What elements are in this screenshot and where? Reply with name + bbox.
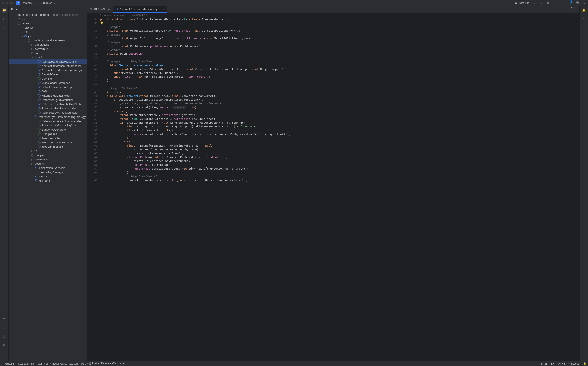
notifications-icon[interactable]: 🔔 <box>581 8 587 13</box>
line-ending[interactable]: LF <box>551 362 554 365</box>
tree-file[interactable]: ⒸReferenceByIdMarshallingStrategy <box>8 102 87 106</box>
maven-icon[interactable]: m <box>581 16 587 21</box>
branch-name[interactable]: master <box>43 1 52 4</box>
tree-file[interactable]: ⒸJVM <box>8 89 87 93</box>
tree-file[interactable]: ⒸBase64Codec <box>8 72 87 76</box>
run-config[interactable]: Current File <box>515 1 529 4</box>
tree-node-java[interactable]: ⌄▢java <box>8 34 87 38</box>
breadcrumb[interactable]: ▢ xstream›▢ xstream›src›java›com›thought… <box>2 362 125 365</box>
sidebar-title[interactable]: Project ⌄ <box>8 6 87 13</box>
tree-node-util[interactable]: ›▢util <box>8 55 87 59</box>
inheritors-hint[interactable]: 2 inheritors <box>114 14 125 16</box>
inspection-widget[interactable]: ✓ 2 ˄ ˅ <box>568 7 578 10</box>
tree-file[interactable]: ⒾTreeMarshallingStrategy <box>8 140 87 145</box>
tree-file[interactable]: ⒾReferencingMarshallingContext <box>8 123 87 128</box>
close-tab-icon[interactable]: × <box>163 8 164 11</box>
titlebar: X xstream ⌄ ⑂ master ⌄ Current File ⌄ ▷ … <box>0 0 588 6</box>
tree-node-converters[interactable]: ›▢converters <box>8 47 87 51</box>
tree-file[interactable]: ⒾMarshallingStrategy <box>8 170 87 174</box>
chevron-down-icon[interactable]: ˅ <box>577 7 578 10</box>
chevron-down-icon: ⌄ <box>533 1 536 4</box>
structure-tool-icon[interactable]: ⊞ <box>2 33 7 38</box>
tree-file[interactable]: ⒸXStream <box>8 174 87 179</box>
indent[interactable]: 4 spaces <box>569 362 579 365</box>
tree-file[interactable]: ⒸAbstractReferenceUnmarshaller <box>8 64 87 68</box>
tree-node-annotations[interactable]: ›▢annotations <box>8 42 87 47</box>
tree-file[interactable]: ⒸReferenceByXPathUnmarshaller <box>8 119 87 123</box>
check-icon: ✓ <box>568 7 570 10</box>
tree-node-profiles[interactable]: ›▢profiles <box>8 25 87 30</box>
breadcrumb-item[interactable]: com <box>44 362 49 365</box>
author-hint[interactable]: ⌃ Jörg Schaible +1 <box>128 14 149 16</box>
tree-file[interactable]: ⒸReferenceByXPathMarshallingStrategy <box>8 115 87 119</box>
code-editor[interactable]: 3435363738394041424344454647484950515253… <box>87 17 580 361</box>
encoding[interactable]: UTF-8 <box>558 362 565 365</box>
breadcrumb-item[interactable]: src <box>31 362 34 365</box>
breadcrumb-item[interactable]: java <box>37 362 42 365</box>
minimize-window[interactable] <box>6 2 8 4</box>
collab-icon[interactable]: 👤⁺ <box>570 1 573 5</box>
tree-file[interactable]: ⒾStringCodec <box>8 132 87 136</box>
tree-file[interactable]: ⒸTreeMarshaller <box>8 136 87 140</box>
chevron-up-icon[interactable]: ˄ <box>574 7 575 10</box>
search-icon[interactable]: 🔍 <box>576 1 580 5</box>
breadcrumb-item[interactable]: ▢ xstream <box>2 362 14 365</box>
tree-file[interactable]: ⒾCaching <box>8 76 87 81</box>
tree-node-io[interactable]: ›▢io <box>8 149 87 153</box>
breadcrumb-item[interactable]: thoughtworks <box>52 362 67 365</box>
vcs-tool-icon[interactable]: ⑂ <box>2 351 7 356</box>
tree-file[interactable]: ⒸInitializationException <box>8 166 87 170</box>
tree-node-package[interactable]: ⌄▢com.thoughtworks.xstream <box>8 38 87 42</box>
statusbar: ▢ xstream›▢ xstream›src›java›com›thought… <box>0 361 588 366</box>
commit-tool-icon[interactable]: ○- <box>2 16 7 21</box>
run-tool-icon[interactable]: ▷ <box>2 325 7 330</box>
tree-file[interactable]: ⒸXStreamer <box>8 179 87 183</box>
tree-file[interactable]: ⒸReferenceByXPathMarshaller <box>8 110 87 115</box>
tree-node-xstream[interactable]: ⌄▢xstream <box>8 21 87 25</box>
project-tree[interactable]: ⌄▢ xstream [xstream-parent] ~/IdeaProjec… <box>8 13 87 361</box>
problems-icon[interactable]: ⊘ <box>2 342 7 347</box>
pull-requests-icon[interactable]: ⑊ <box>2 25 7 30</box>
tree-file[interactable]: ⒸTreeUnmarshaller <box>8 145 87 149</box>
tree-node-persistence[interactable]: ›▢persistence <box>8 157 87 161</box>
usages-hint[interactable]: 11 usages <box>100 14 111 16</box>
breadcrumb-item[interactable]: xstream <box>70 362 78 365</box>
readonly-icon[interactable]: 🔒 <box>583 362 586 365</box>
project-tool-icon[interactable]: 📁 <box>2 8 7 13</box>
terminal-icon[interactable]: T <box>2 317 7 322</box>
project-name[interactable]: xstream <box>22 1 31 4</box>
build-tool-icon[interactable]: ▢ <box>2 334 7 339</box>
tree-node-idea[interactable]: ›▢.idea <box>8 17 87 21</box>
tree-node-security[interactable]: ›▢security <box>8 161 87 166</box>
tree-file[interactable]: ⒸAbstractTreeMarshallingStrategy <box>8 68 87 72</box>
tree-file[interactable]: ⒸAbstractReferenceMarshaller <box>8 59 87 64</box>
tree-file[interactable]: ⒸReferenceByIdMarshaller <box>8 98 87 102</box>
run-icon[interactable]: ▷ <box>540 1 543 5</box>
tree-root[interactable]: ⌄▢ xstream [xstream-parent] ~/IdeaProjec… <box>8 13 87 17</box>
cursor-position[interactable]: 34:23 <box>541 362 547 365</box>
tree-node-mapper[interactable]: ›▢mapper <box>8 153 87 157</box>
breadcrumb-item[interactable]: core <box>81 362 86 365</box>
tree-file[interactable]: ⒸClassLoaderReference <box>8 81 87 85</box>
project-badge[interactable]: X <box>16 1 20 5</box>
window-controls[interactable] <box>2 2 13 4</box>
tree-node-src[interactable]: ⌄▢src <box>8 30 87 34</box>
tree-file[interactable]: ⒸReferenceByIdUnmarshaller <box>8 106 87 110</box>
tree-file[interactable]: ⒸMapBackedDataHolder <box>8 93 87 98</box>
chevron-down-icon: ⌄ <box>34 1 36 4</box>
tree-node-core[interactable]: ⌄▢core <box>8 51 87 55</box>
tab-readme[interactable]: M↓ README.md <box>87 6 113 13</box>
maximize-window[interactable] <box>10 2 13 4</box>
more-icon[interactable]: ⋮ <box>552 1 556 5</box>
debug-icon[interactable]: ⬢ <box>546 1 550 5</box>
code-content[interactable]: public abstract class AbstractReferenceM… <box>100 17 580 361</box>
tab-java-file[interactable]: Ⓒ AbstractReferenceMarshaller.java × <box>113 6 167 13</box>
more-tools-icon[interactable]: ⋯ <box>2 42 7 47</box>
tree-file[interactable]: ⒸDefaultConverterLookup <box>8 85 87 89</box>
breadcrumb-item[interactable]: Ⓒ AbstractReferenceMarshaller <box>89 362 125 365</box>
line-gutter[interactable]: 3435363738394041424344454647484950515253… <box>87 17 100 361</box>
close-window[interactable] <box>2 2 4 4</box>
breadcrumb-item[interactable]: ▢ xstream <box>16 362 29 365</box>
settings-icon[interactable]: ⚙ <box>582 1 586 5</box>
tree-file[interactable]: ⒾSequenceGenerator <box>8 128 87 132</box>
